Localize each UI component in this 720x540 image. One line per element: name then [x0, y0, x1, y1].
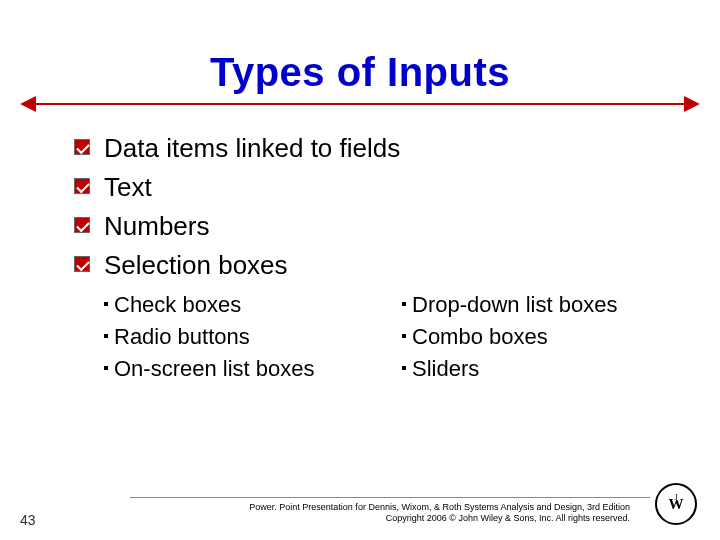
page-number: 43 [20, 512, 36, 528]
sub-text: Sliders [412, 356, 479, 381]
slide: Types of Inputs Data items linked to fie… [0, 0, 720, 540]
bullet-text: Numbers [104, 211, 209, 241]
arrow-right-icon [684, 96, 700, 112]
sub-item: Check boxes [104, 289, 362, 321]
slide-title: Types of Inputs [60, 50, 660, 95]
dot-icon [402, 302, 406, 306]
sub-column-right: Drop-down list boxes Combo boxes Sliders [402, 289, 660, 385]
bullet-item: Selection boxes [74, 250, 660, 281]
footer-line: Copyright 2006 © John Wiley & Sons, Inc.… [0, 513, 630, 524]
dot-icon [104, 366, 108, 370]
sub-item: Sliders [402, 353, 660, 385]
bullet-list: Data items linked to fields Text Numbers… [60, 133, 660, 281]
dot-icon [104, 334, 108, 338]
divider-line [34, 103, 686, 105]
sub-item: Combo boxes [402, 321, 660, 353]
svg-text:J: J [674, 493, 677, 502]
sub-item: On-screen list boxes [104, 353, 362, 385]
sub-column-left: Check boxes Radio buttons On-screen list… [104, 289, 362, 385]
dot-icon [104, 302, 108, 306]
sub-item: Drop-down list boxes [402, 289, 660, 321]
bullet-item: Data items linked to fields [74, 133, 660, 164]
bullet-text: Text [104, 172, 152, 202]
title-divider [20, 99, 700, 109]
footer-line: Power. Point Presentation for Dennis, Wi… [0, 502, 630, 513]
footer-divider [130, 497, 650, 498]
check-bullet-icon [74, 217, 90, 233]
dot-icon [402, 366, 406, 370]
slide-footer: Power. Point Presentation for Dennis, Wi… [0, 497, 720, 525]
bullet-text: Selection boxes [104, 250, 288, 280]
bullet-text: Data items linked to fields [104, 133, 400, 163]
sub-bullet-columns: Check boxes Radio buttons On-screen list… [60, 289, 660, 385]
sub-text: On-screen list boxes [114, 356, 315, 381]
check-bullet-icon [74, 139, 90, 155]
sub-text: Check boxes [114, 292, 241, 317]
sub-item: Radio buttons [104, 321, 362, 353]
footer-text: Power. Point Presentation for Dennis, Wi… [0, 502, 720, 525]
check-bullet-icon [74, 178, 90, 194]
dot-icon [402, 334, 406, 338]
bullet-item: Text [74, 172, 660, 203]
wiley-logo-icon: W J [654, 482, 698, 526]
sub-text: Drop-down list boxes [412, 292, 617, 317]
sub-text: Combo boxes [412, 324, 548, 349]
sub-text: Radio buttons [114, 324, 250, 349]
check-bullet-icon [74, 256, 90, 272]
bullet-item: Numbers [74, 211, 660, 242]
